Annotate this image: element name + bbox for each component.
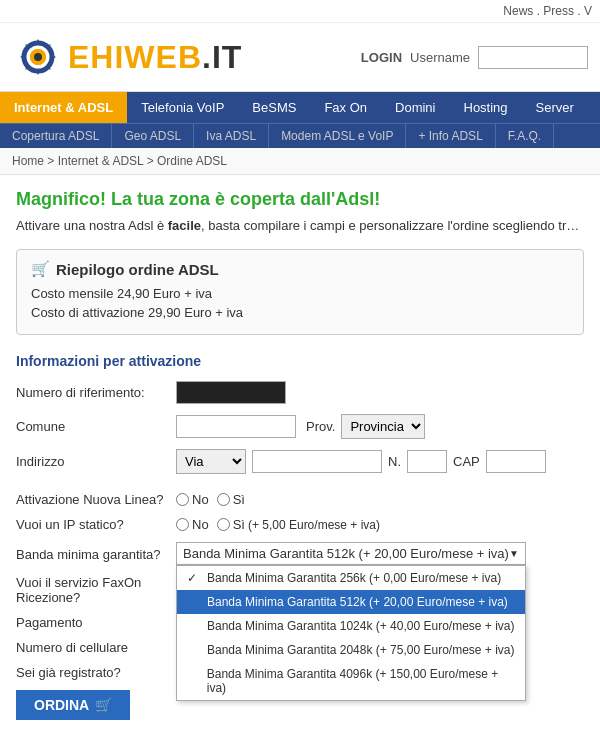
indirizzo-controls: ViaVialeCorsoPiazzaLargoVicolo N. CAP — [176, 449, 546, 474]
chevron-down-icon: ▼ — [509, 548, 519, 559]
banda-option-2[interactable]: Banda Minima Garantita 1024k (+ 40,00 Eu… — [177, 614, 525, 638]
numero-label: Numero di riferimento: — [16, 385, 176, 400]
section-title: Informazioni per attivazione — [16, 353, 584, 369]
banda-option-4[interactable]: Banda Minima Garantita 4096k (+ 150,00 E… — [177, 662, 525, 700]
cost-mensile: Costo mensile 24,90 Euro + iva — [31, 286, 569, 301]
logo-area: EHIWEB.IT — [12, 31, 361, 83]
banda-option-0[interactable]: ✓Banda Minima Garantita 256k (+ 0,00 Eur… — [177, 566, 525, 590]
ip-no-label[interactable]: No — [176, 517, 209, 532]
attivazione-no-label[interactable]: No — [176, 492, 209, 507]
main-nav: Internet & ADSL Telefonia VoIP BeSMS Fax… — [0, 92, 600, 123]
attivazione-si-label[interactable]: Sì — [217, 492, 245, 507]
form-row-attivazione: Attivazione Nuova Linea? No Sì — [16, 492, 584, 507]
nav-internet-adsl[interactable]: Internet & ADSL — [0, 92, 127, 123]
top-bar: News . Press . V — [0, 0, 600, 23]
n-label: N. — [388, 454, 401, 469]
cap-label: CAP — [453, 454, 480, 469]
intro-text: Attivare una nostra Adsl è facile, basta… — [16, 218, 584, 233]
nav-hosting[interactable]: Hosting — [450, 92, 522, 123]
banda-label: Banda minima garantita? — [16, 542, 176, 562]
subnav-copertura[interactable]: Copertura ADSL — [0, 124, 112, 148]
cart-icon: 🛒 — [31, 260, 50, 278]
provincia-select[interactable]: ProvinciaAGALANAOAQARAPATAVBABTBLBNBGBIB… — [341, 414, 425, 439]
cellulare-label: Numero di cellulare — [16, 640, 176, 655]
content: Magnifico! La tua zona è coperta dall'Ad… — [0, 175, 600, 734]
svg-point-3 — [34, 53, 42, 61]
order-summary-title: 🛒 Riepilogo ordine ADSL — [31, 260, 569, 278]
order-summary: 🛒 Riepilogo ordine ADSL Costo mensile 24… — [16, 249, 584, 335]
ip-si-extra: (+ 5,00 Euro/mese + iva) — [248, 518, 380, 532]
ip-statico-radio-group: No Sì (+ 5,00 Euro/mese + iva) — [176, 517, 380, 532]
banda-dropdown-menu[interactable]: ✓Banda Minima Garantita 256k (+ 0,00 Eur… — [176, 565, 526, 701]
attivazione-radio-group: No Sì — [176, 492, 245, 507]
username-input[interactable] — [478, 46, 588, 69]
pagamento-label: Pagamento — [16, 615, 176, 630]
nav-server[interactable]: Server — [522, 92, 588, 123]
n-input[interactable] — [407, 450, 447, 473]
topbar-links: News . Press . V — [503, 4, 592, 18]
comune-controls: Prov. ProvinciaAGALANAOAQARAPATAVBABTBLB… — [176, 414, 425, 439]
form-row-ip-statico: Vuoi un IP statico? No Sì (+ 5,00 Euro/m… — [16, 517, 584, 532]
faxon-label: Vuoi il servizio FaxOn Ricezione? — [16, 575, 176, 605]
login-area: LOGIN Username — [361, 46, 588, 69]
header: EHIWEB.IT LOGIN Username — [0, 23, 600, 92]
logo-gear-icon — [12, 31, 64, 83]
breadcrumb: Home > Internet & ADSL > Ordine ADSL — [0, 148, 600, 175]
ip-no-radio[interactable] — [176, 518, 189, 531]
comune-input[interactable] — [176, 415, 296, 438]
subnav-iva[interactable]: Iva ADSL — [194, 124, 269, 148]
success-title: Magnifico! La tua zona è coperta dall'Ad… — [16, 189, 584, 210]
banda-dropdown-container: Banda Minima Garantita 512k (+ 20,00 Eur… — [176, 542, 526, 565]
indirizzo-label: Indirizzo — [16, 454, 176, 469]
ordina-button[interactable]: ORDINA 🛒 — [16, 690, 130, 720]
prov-label: Prov. — [306, 419, 335, 434]
form-row-comune: Comune Prov. ProvinciaAGALANAOAQARAPATAV… — [16, 414, 584, 439]
indirizzo-input[interactable] — [252, 450, 382, 473]
subnav-modem[interactable]: Modem ADSL e VoIP — [269, 124, 406, 148]
registrato-label: Sei già registrato? — [16, 665, 176, 680]
username-label: Username — [410, 50, 470, 65]
form-row-numero: Numero di riferimento: — [16, 381, 584, 404]
cap-input[interactable] — [486, 450, 546, 473]
sub-nav: Copertura ADSL Geo ADSL Iva ADSL Modem A… — [0, 123, 600, 148]
form-row-indirizzo: Indirizzo ViaVialeCorsoPiazzaLargoVicolo… — [16, 449, 584, 474]
ordina-label: ORDINA — [34, 697, 89, 713]
banda-option-1[interactable]: Banda Minima Garantita 512k (+ 20,00 Eur… — [177, 590, 525, 614]
nav-besms[interactable]: BeSMS — [238, 92, 310, 123]
subnav-faq[interactable]: F.A.Q. — [496, 124, 554, 148]
numero-input[interactable] — [176, 381, 286, 404]
banda-option-3[interactable]: Banda Minima Garantita 2048k (+ 75,00 Eu… — [177, 638, 525, 662]
login-label: LOGIN — [361, 50, 402, 65]
cart-icon-button: 🛒 — [95, 697, 112, 713]
nav-telefonia-voip[interactable]: Telefonia VoIP — [127, 92, 238, 123]
subnav-geo[interactable]: Geo ADSL — [112, 124, 194, 148]
comune-label: Comune — [16, 419, 176, 434]
subnav-info[interactable]: + Info ADSL — [406, 124, 495, 148]
attivazione-label: Attivazione Nuova Linea? — [16, 492, 176, 507]
nav-domini[interactable]: Domini — [381, 92, 449, 123]
form-row-banda: Banda minima garantita? Banda Minima Gar… — [16, 542, 584, 565]
banda-selected-text: Banda Minima Garantita 512k (+ 20,00 Eur… — [183, 546, 509, 561]
nav-fax-on[interactable]: Fax On — [310, 92, 381, 123]
attivazione-no-radio[interactable] — [176, 493, 189, 506]
cost-attivazione: Costo di attivazione 29,90 Euro + iva — [31, 305, 569, 320]
attivazione-si-radio[interactable] — [217, 493, 230, 506]
ip-si-label[interactable]: Sì (+ 5,00 Euro/mese + iva) — [217, 517, 380, 532]
ip-si-radio[interactable] — [217, 518, 230, 531]
via-select[interactable]: ViaVialeCorsoPiazzaLargoVicolo — [176, 449, 246, 474]
ip-statico-label: Vuoi un IP statico? — [16, 517, 176, 532]
banda-dropdown-trigger[interactable]: Banda Minima Garantita 512k (+ 20,00 Eur… — [176, 542, 526, 565]
logo-text: EHIWEB.IT — [68, 39, 242, 76]
